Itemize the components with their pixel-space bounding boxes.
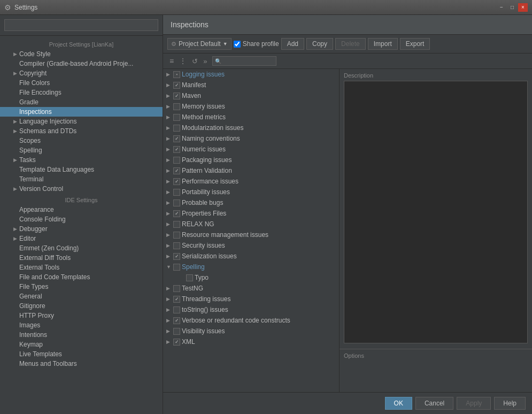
sidebar-item-compiler[interactable]: Compiler (Gradle-based Android Proje... [0,59,163,68]
list-item[interactable]: ▶ ✓ Manifest [163,80,339,90]
list-item[interactable]: ▶ Security issues [163,240,339,251]
list-item[interactable]: ▶ ✓ Naming conventions [163,133,339,144]
list-item[interactable]: ▶ ✓ Verbose or redundant code constructs [163,315,339,326]
list-item[interactable]: ▶ Modularization issues [163,122,339,133]
sidebar-item-external-tools[interactable]: External Tools [0,263,163,272]
sidebar-item-file-code-templates[interactable]: File and Code Templates [0,272,163,282]
check-icon[interactable]: ✓ [173,146,180,153]
sidebar-item-spelling[interactable]: Spelling [0,145,163,155]
import-button[interactable]: Import [368,38,398,50]
list-item[interactable]: ▶ ✓ Pattern Validation [163,165,339,176]
sidebar-item-images[interactable]: Images [0,320,163,330]
share-profile-checkbox[interactable] [234,41,241,48]
check-icon[interactable] [186,274,193,281]
list-item[interactable]: ▶ Probable bugs [163,197,339,208]
help-button[interactable]: Help [494,397,526,410]
list-item[interactable]: Typo [163,272,339,283]
sidebar-item-file-types[interactable]: File Types [0,282,163,292]
list-item[interactable]: ▶ ✓ XML [163,336,339,347]
sidebar-item-menus-toolbars[interactable]: Menus and Toolbars [0,359,163,369]
sidebar-item-editor[interactable]: ▶ Editor [0,234,163,243]
check-icon[interactable]: ✓ [173,178,180,185]
check-icon[interactable] [173,242,180,249]
sidebar-item-terminal[interactable]: Terminal [0,174,163,184]
check-icon[interactable]: ✓ [173,339,180,346]
sidebar-item-intentions[interactable]: Intentions [0,330,163,340]
sidebar-item-external-diff-tools[interactable]: External Diff Tools [0,253,163,263]
list-item[interactable]: ▶ toString() issues [163,304,339,315]
sidebar-item-gitignore[interactable]: Gitignore [0,301,163,311]
ok-button[interactable]: OK [385,397,412,410]
sidebar-item-code-style[interactable]: ▶ Code Style [0,49,163,59]
check-icon[interactable] [173,264,180,271]
sidebar-item-http-proxy[interactable]: HTTP Proxy [0,311,163,320]
list-item[interactable]: ▼ Spelling [163,262,339,272]
list-item[interactable]: ▶ ✓ Threading issues [163,294,339,304]
sidebar-item-tasks[interactable]: ▶ Tasks [0,155,163,165]
profile-dropdown[interactable]: ⚙ Project Default ▼ [167,38,232,50]
list-item[interactable]: ▶ Packaging issues [163,155,339,165]
sidebar-item-keymap[interactable]: Keymap [0,340,163,349]
list-item[interactable]: ▶ ✓ Performance issues [163,176,339,187]
sidebar-item-scopes[interactable]: Scopes [0,136,163,145]
check-icon[interactable] [173,125,180,132]
check-icon[interactable] [173,306,180,313]
list-item[interactable]: ▶ ✓ Maven [163,90,339,101]
list-item[interactable]: ▶ Portability issues [163,187,339,197]
sidebar-search-input[interactable] [4,19,158,31]
check-icon[interactable]: ✓ [173,135,180,142]
sidebar-item-gradle[interactable]: Gradle [0,97,163,107]
check-icon[interactable] [173,221,180,228]
sidebar-item-general[interactable]: General [0,292,163,301]
sidebar-item-version-control[interactable]: ▶ Version Control [0,184,163,194]
inspection-search-input[interactable] [212,56,276,66]
check-icon[interactable]: ✓ [173,210,180,217]
check-icon[interactable]: ✓ [173,82,180,89]
sidebar-item-language-injections[interactable]: ▶ Language Injections [0,117,163,126]
apply-button[interactable]: Apply [457,397,491,410]
check-icon[interactable]: ✓ [173,93,180,99]
check-icon[interactable] [173,103,180,110]
check-icon[interactable]: ▪ [173,71,180,78]
add-button[interactable]: Add [281,38,304,50]
cancel-button[interactable]: Cancel [415,397,453,410]
list-item[interactable]: ▶ Memory issues [163,101,339,112]
check-icon[interactable]: ✓ [173,167,180,174]
more-button[interactable]: » [201,56,209,66]
export-button[interactable]: Export [400,38,430,50]
sidebar-item-appearance[interactable]: Appearance [0,205,163,214]
maximize-button[interactable]: □ [507,3,517,12]
list-item[interactable]: ▶ RELAX NG [163,219,339,229]
check-icon[interactable] [173,285,180,292]
list-item[interactable]: ▶ Method metrics [163,112,339,122]
sidebar-item-template-data-languages[interactable]: Template Data Languages [0,165,163,174]
list-item[interactable]: ▶ ✓ Numeric issues [163,144,339,155]
list-item[interactable]: ▶ ▪ Logging issues [163,69,339,80]
list-item[interactable]: ▶ Resource management issues [163,229,339,240]
expand-all-button[interactable]: ≡ [167,56,176,66]
sidebar-item-live-templates[interactable]: Live Templates [0,349,163,359]
list-item[interactable]: ▶ Visibility issues [163,326,339,336]
check-icon[interactable] [173,200,180,206]
sidebar-item-copyright[interactable]: ▶ Copyright [0,68,163,78]
reset-button[interactable]: ↺ [190,56,200,66]
check-icon[interactable]: ✓ [173,317,180,324]
check-icon[interactable] [173,157,180,164]
sidebar-item-file-encodings[interactable]: File Encodings [0,88,163,97]
check-icon[interactable] [173,189,180,196]
sidebar-item-debugger[interactable]: ▶ Debugger [0,224,163,234]
sidebar-item-inspections[interactable]: Inspections [0,107,163,117]
list-item[interactable]: ▶ ✓ Properties Files [163,208,339,219]
minimize-button[interactable]: − [497,3,506,12]
check-icon[interactable] [173,232,180,239]
list-item[interactable]: ▶ ✓ Serialization issues [163,251,339,262]
list-item[interactable]: ▶ TestNG [163,283,339,294]
check-icon[interactable]: ✓ [173,296,180,303]
delete-button[interactable]: Delete [335,38,366,50]
check-icon[interactable]: ✓ [173,253,180,260]
sidebar-item-emmet[interactable]: Emmet (Zen Coding) [0,243,163,253]
check-icon[interactable] [173,114,180,121]
close-button[interactable]: × [518,3,528,12]
share-profile-check[interactable]: Share profile [234,40,279,48]
sidebar-item-schemas-dtds[interactable]: ▶ Schemas and DTDs [0,126,163,136]
